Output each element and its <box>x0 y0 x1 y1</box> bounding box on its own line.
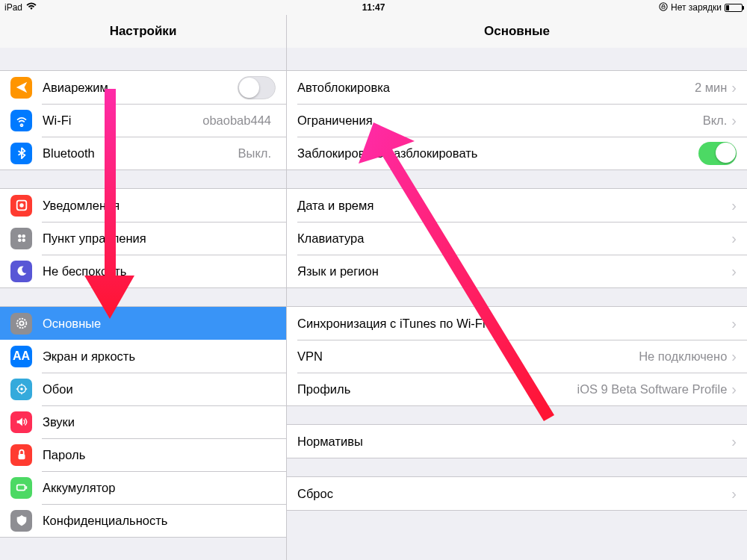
chevron-right-icon: › <box>731 113 737 128</box>
gear-icon <box>10 313 32 335</box>
sidebar-title: Настройки <box>0 15 287 48</box>
battery-icon <box>725 4 743 12</box>
detail-pane: Автоблокировка 2 мин › Ограничения Вкл. … <box>287 48 747 560</box>
detail-item-itunes[interactable]: Синхронизация с iTunes по Wi-Fi › <box>287 307 747 340</box>
orientation-lock-icon <box>659 2 668 13</box>
sidebar-item-wallpaper[interactable]: Обои <box>0 373 286 405</box>
lock-icon <box>10 444 32 466</box>
chevron-right-icon: › <box>731 198 737 213</box>
chevron-right-icon: › <box>731 382 737 396</box>
detail-item-label: Дата и время <box>297 199 731 213</box>
sidebar-item-label: Основные <box>43 317 276 331</box>
sidebar-item-label: Пароль <box>43 448 276 462</box>
detail-item-datetime[interactable]: Дата и время › <box>287 189 747 222</box>
detail-item-label: Сброс <box>297 487 731 501</box>
detail-item-profile[interactable]: Профиль iOS 9 Beta Software Profile › <box>287 373 747 405</box>
svg-point-10 <box>20 388 23 391</box>
sidebar-item-label: Конфиденциальность <box>43 514 276 528</box>
detail-item-regulatory[interactable]: Нормативы › <box>287 425 747 458</box>
detail-item-value: 2 мин <box>695 81 727 95</box>
sidebar-item-label: Уведомления <box>43 199 276 213</box>
charging-label: Нет зарядки <box>671 2 722 13</box>
chevron-right-icon: › <box>731 486 737 501</box>
detail-item-label: Заблокировать/разблокировать <box>297 146 698 161</box>
sidebar-item-label: Авиарежим <box>43 81 238 95</box>
svg-point-3 <box>18 234 22 238</box>
detail-item-reset[interactable]: Сброс › <box>287 477 747 510</box>
svg-point-5 <box>18 238 22 242</box>
detail-title: Основные <box>287 15 747 48</box>
chevron-right-icon: › <box>731 316 737 331</box>
sidebar-item-display[interactable]: AA Экран и яркость <box>0 340 286 373</box>
detail-item-value: Вкл. <box>703 113 728 128</box>
detail-item-label: VPN <box>297 349 639 364</box>
display-icon: AA <box>10 346 32 367</box>
chevron-right-icon: › <box>731 231 737 246</box>
wifi-icon <box>26 2 37 13</box>
lockunlock-switch[interactable] <box>698 142 737 165</box>
detail-item-label: Нормативы <box>297 435 731 449</box>
status-time: 11:47 <box>4 2 743 13</box>
detail-item-label: Профиль <box>297 382 577 396</box>
dnd-icon <box>10 261 32 282</box>
sidebar-item-label: Bluetooth <box>43 146 238 161</box>
sidebar-item-notifications[interactable]: Уведомления <box>0 189 286 222</box>
sidebar-item-value: Выкл. <box>238 146 271 161</box>
wifi-icon <box>10 110 32 131</box>
sidebar-item-label: Wi-Fi <box>43 113 202 128</box>
device-label: iPad <box>4 2 22 13</box>
chevron-right-icon: › <box>731 434 737 449</box>
sidebar-item-privacy[interactable]: Конфиденциальность <box>0 504 286 537</box>
sidebar-item-label: Пункт управления <box>43 231 276 246</box>
sidebar-item-wifi[interactable]: Wi-Fi obaobab444 <box>0 104 286 137</box>
svg-rect-11 <box>18 454 25 459</box>
detail-item-keyboard[interactable]: Клавиатура › <box>287 222 747 255</box>
sidebar-item-label: Аккумулятор <box>43 481 276 495</box>
detail-item-label: Язык и регион <box>297 264 731 279</box>
detail-item-value: iOS 9 Beta Software Profile <box>577 382 727 396</box>
status-bar: iPad 11:47 Нет зарядки <box>0 0 747 15</box>
svg-point-6 <box>22 238 25 242</box>
svg-rect-13 <box>25 486 27 489</box>
battery-icon <box>10 477 32 499</box>
svg-point-0 <box>660 2 667 10</box>
airplane-switch[interactable] <box>238 76 276 99</box>
detail-item-label: Ограничения <box>297 113 703 128</box>
svg-point-2 <box>19 203 23 207</box>
sidebar-item-value: obaobab444 <box>202 113 271 128</box>
sidebar-item-battery[interactable]: Аккумулятор <box>0 471 286 504</box>
detail-item-label: Синхронизация с iTunes по Wi-Fi <box>297 317 731 331</box>
svg-rect-12 <box>16 485 25 490</box>
sidebar-item-label: Обои <box>43 382 276 396</box>
svg-point-8 <box>19 321 23 325</box>
detail-item-label: Автоблокировка <box>297 81 695 95</box>
sidebar-item-label: Звуки <box>43 415 276 429</box>
chevron-right-icon: › <box>731 80 737 95</box>
sidebar-item-controlcenter[interactable]: Пункт управления <box>0 222 286 255</box>
detail-item-label: Клавиатура <box>297 231 731 246</box>
sidebar-item-label: Экран и яркость <box>43 349 276 364</box>
detail-item-vpn[interactable]: VPN Не подключено › <box>287 340 747 373</box>
airplane-icon <box>10 77 32 99</box>
sidebar-item-bluetooth[interactable]: Bluetooth Выкл. <box>0 137 286 169</box>
sidebar-item-dnd[interactable]: Не беспокоить <box>0 255 286 287</box>
chevron-right-icon: › <box>731 349 737 364</box>
chevron-right-icon: › <box>731 264 737 279</box>
notifications-icon <box>10 195 32 217</box>
controlcenter-icon <box>10 228 32 249</box>
settings-sidebar: Авиарежим Wi-Fi obaobab444 Bluetooth Вык… <box>0 48 287 560</box>
svg-point-7 <box>16 319 26 329</box>
detail-item-restrictions[interactable]: Ограничения Вкл. › <box>287 104 747 137</box>
detail-item-value: Не подключено <box>639 349 727 364</box>
sidebar-item-sounds[interactable]: Звуки <box>0 405 286 438</box>
sidebar-item-general[interactable]: Основные <box>0 307 286 340</box>
sidebar-item-label: Не беспокоить <box>43 264 276 279</box>
bluetooth-icon <box>10 143 32 164</box>
detail-item-autolock[interactable]: Автоблокировка 2 мин › <box>287 71 747 104</box>
detail-item-language[interactable]: Язык и регион › <box>287 255 747 287</box>
sidebar-item-passcode[interactable]: Пароль <box>0 438 286 471</box>
wallpaper-icon <box>10 379 32 400</box>
detail-item-lockunlock[interactable]: Заблокировать/разблокировать <box>287 137 747 169</box>
sounds-icon <box>10 411 32 433</box>
sidebar-item-airplane[interactable]: Авиарежим <box>0 71 286 104</box>
